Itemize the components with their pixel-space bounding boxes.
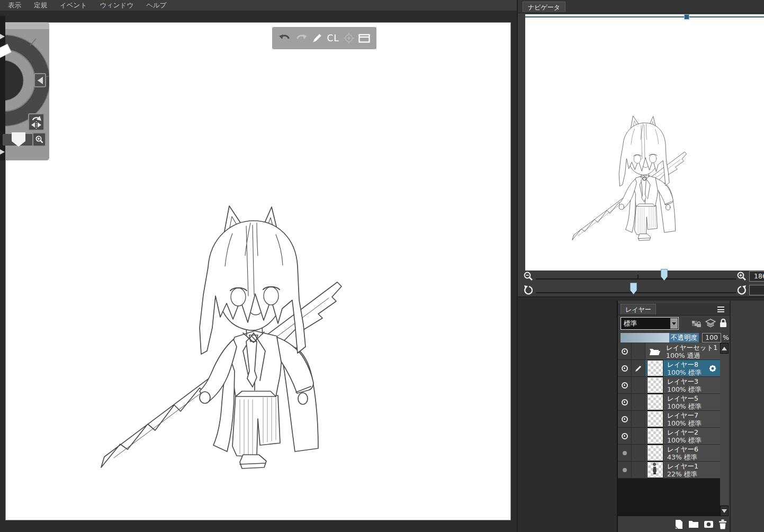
- layer-edit-cell[interactable]: [632, 462, 645, 478]
- canvas[interactable]: CL: [5, 22, 511, 520]
- lock-icon[interactable]: [718, 318, 728, 328]
- collapse-arrow-button[interactable]: [34, 73, 46, 87]
- layer-edit-cell[interactable]: [632, 428, 645, 444]
- layer-row-5[interactable]: レイヤー5 100% 標準: [618, 394, 720, 411]
- layer-visibility-toggle[interactable]: [618, 428, 632, 444]
- layers-scrollbar[interactable]: [720, 343, 729, 516]
- navigator-view-handle[interactable]: [685, 15, 689, 19]
- layer-visibility-toggle[interactable]: [618, 360, 632, 376]
- opacity-label: 不透明度: [669, 333, 699, 342]
- wheel-zoom-button[interactable]: [32, 132, 46, 147]
- eye-off-icon: [623, 451, 627, 455]
- layer-row-7[interactable]: レイヤー7 100% 標準: [618, 411, 720, 428]
- tab-navigator[interactable]: ナビゲータ: [523, 2, 565, 12]
- layer-detail: 100% 標準: [667, 385, 702, 393]
- color-wheel-marker[interactable]: [0, 22, 21, 70]
- blend-mode-select[interactable]: 標準: [621, 317, 679, 330]
- layer-detail: 100% 標準: [667, 436, 702, 444]
- scroll-down-button[interactable]: [720, 506, 729, 516]
- opacity-slider[interactable]: 不透明度: [621, 333, 699, 342]
- new-layer-icon[interactable]: [675, 519, 684, 529]
- layer-list: レイヤーセット1 100% 通過 レイヤー8 100% 標準: [618, 343, 720, 516]
- rotate-ccw-icon[interactable]: [523, 285, 534, 295]
- layer-row-8[interactable]: レイヤー8 100% 標準: [618, 360, 720, 377]
- undo-icon[interactable]: [278, 33, 291, 43]
- flip-horizontal-icon: [29, 114, 43, 130]
- layer-name: レイヤー2: [667, 428, 702, 436]
- layers-tab-bar: レイヤー: [618, 303, 730, 315]
- navigator-view-line[interactable]: [525, 16, 764, 17]
- opacity-value-field[interactable]: 100: [702, 333, 721, 342]
- menu-item-event[interactable]: イベント: [60, 1, 87, 10]
- menu-item-view[interactable]: 表示: [8, 1, 21, 10]
- folder-icon: [649, 347, 661, 356]
- window-icon[interactable]: [358, 34, 370, 43]
- panel-divider: [730, 301, 731, 532]
- zoom-value-field[interactable]: 186: [749, 271, 764, 282]
- layer-name: レイヤーセット1: [666, 344, 717, 351]
- tab-layers[interactable]: レイヤー: [621, 304, 656, 314]
- snap-icon[interactable]: [343, 32, 355, 44]
- rotate-cw-icon[interactable]: [736, 285, 747, 295]
- zoom-magnifier-icon: [35, 135, 44, 144]
- layer-edit-cell[interactable]: [632, 343, 645, 359]
- layer-list-empty-area: [618, 479, 720, 516]
- navigator-zoom-slider[interactable]: [536, 268, 736, 279]
- panel-menu-icon[interactable]: [717, 306, 724, 312]
- canvas-artwork: [96, 196, 371, 482]
- scroll-up-button[interactable]: [720, 343, 729, 354]
- new-folder-icon[interactable]: [688, 520, 699, 528]
- layer-edit-cell[interactable]: [632, 360, 645, 376]
- layer-row-set1[interactable]: レイヤーセット1 100% 通過: [618, 343, 720, 360]
- zoom-out-icon[interactable]: [523, 271, 534, 282]
- layer-name: レイヤー5: [667, 394, 702, 402]
- panel-corner-arrow-icon[interactable]: [0, 149, 5, 155]
- floating-toolbar: CL: [272, 27, 376, 49]
- menu-item-ruler[interactable]: 定規: [34, 1, 47, 10]
- menu-bar: 表示 定規 イベント ウィンドウ ヘルプ: [0, 0, 518, 11]
- layers-panel: レイヤー 標準 不透明度 100 %: [617, 301, 764, 532]
- layer-visibility-toggle[interactable]: [618, 377, 632, 393]
- layer-detail: 22% 標準: [667, 470, 698, 478]
- snapshot-icon[interactable]: [704, 520, 714, 528]
- menu-item-help[interactable]: ヘルプ: [146, 1, 166, 10]
- layer-edit-cell[interactable]: [632, 394, 645, 410]
- layer-row-1[interactable]: レイヤー1 22% 標準: [618, 462, 720, 479]
- layer-thumbnail: [648, 428, 663, 444]
- layer-visibility-toggle[interactable]: [618, 394, 632, 410]
- layer-row-2[interactable]: レイヤー2 100% 標準: [618, 428, 720, 445]
- layer-visibility-toggle[interactable]: [618, 343, 632, 359]
- zoom-slider-center-tick: [637, 275, 639, 278]
- layer-edit-cell[interactable]: [632, 445, 645, 461]
- rotation-value-field[interactable]: 0: [749, 285, 764, 295]
- layer-thumbnail: [648, 377, 663, 393]
- layer-detail: 100% 標準: [667, 419, 702, 427]
- layer-visibility-toggle[interactable]: [618, 445, 632, 461]
- alpha-lock-icon[interactable]: [691, 318, 702, 328]
- redo-icon[interactable]: [295, 33, 308, 43]
- layers-bottom-toolbar: [618, 516, 730, 532]
- gear-icon[interactable]: [708, 364, 717, 373]
- layer-edit-cell[interactable]: [632, 411, 645, 427]
- layer-detail: 100% 標準: [667, 368, 702, 376]
- navigator-preview[interactable]: [525, 14, 764, 270]
- clipping-icon[interactable]: [705, 319, 716, 328]
- layer-thumbnail: [648, 462, 663, 477]
- layer-detail: 100% 通過: [666, 351, 717, 359]
- cl-button[interactable]: CL: [327, 33, 339, 43]
- pen-icon[interactable]: [311, 32, 323, 44]
- layer-edit-cell[interactable]: [632, 377, 645, 393]
- layer-row-6[interactable]: レイヤー6 43% 標準: [618, 445, 720, 462]
- zoom-in-icon[interactable]: [736, 271, 747, 282]
- layer-visibility-toggle[interactable]: [618, 411, 632, 427]
- chevron-down-icon[interactable]: [670, 318, 678, 329]
- menu-item-window[interactable]: ウィンドウ: [100, 1, 133, 10]
- layer-row-3[interactable]: レイヤー3 100% 標準: [618, 377, 720, 394]
- flip-horizontal-button[interactable]: [28, 113, 44, 131]
- navigator-panel: ナビゲータ 186 0: [518, 0, 764, 297]
- trash-icon[interactable]: [718, 519, 727, 529]
- layer-name: レイヤー7: [667, 411, 702, 419]
- blend-mode-value: 標準: [621, 318, 678, 329]
- layer-visibility-toggle[interactable]: [618, 462, 632, 478]
- layer-name: レイヤー3: [667, 377, 702, 385]
